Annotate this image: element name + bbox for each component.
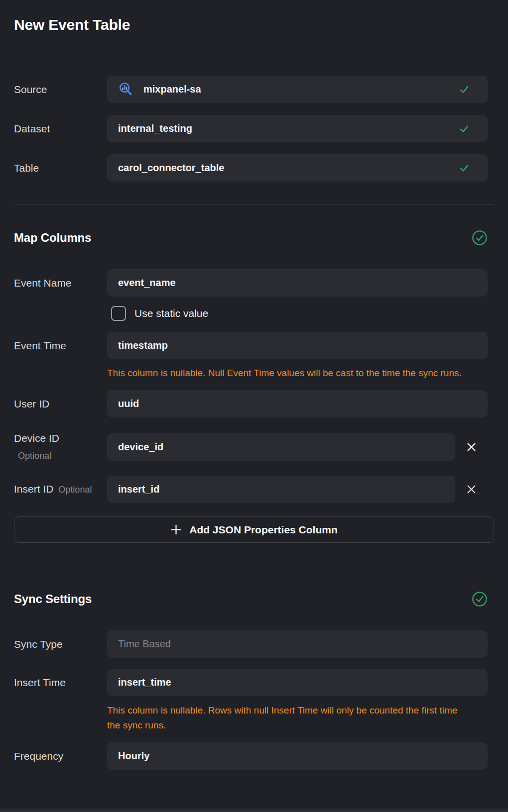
device-id-label: Device ID Optional	[14, 432, 107, 462]
table-select[interactable]: carol_connector_table	[107, 154, 488, 182]
insert-time-row: Insert Time insert_time	[14, 669, 494, 696]
insert-time-select[interactable]: insert_time	[107, 669, 488, 696]
device-id-field-wrap: device_id	[107, 433, 488, 461]
event-name-value: event_name	[118, 277, 176, 289]
insert-id-label: Insert IDOptional	[14, 483, 107, 496]
sync-type-label: Sync Type	[14, 638, 107, 651]
insert-id-row: Insert IDOptional insert_id	[14, 476, 494, 503]
event-time-row: Event Time timestamp	[14, 332, 494, 359]
table-label: Table	[14, 162, 107, 175]
frequency-value: Hourly	[118, 750, 149, 762]
event-name-label: Event Name	[14, 277, 107, 290]
close-icon	[466, 442, 477, 452]
map-columns-header: Map Columns	[14, 230, 494, 246]
insert-id-select[interactable]: insert_id	[107, 476, 455, 503]
table-valid-check-icon	[459, 163, 470, 174]
insert-id-optional-tag: Optional	[58, 485, 92, 495]
source-value: mixpanel-sa	[143, 84, 201, 95]
source-select[interactable]: mixpanel-sa	[107, 76, 488, 103]
close-icon	[466, 484, 477, 495]
bottom-panel-edge	[0, 809, 508, 812]
device-id-select[interactable]: device_id	[107, 433, 455, 461]
use-static-value-label: Use static value	[134, 307, 208, 319]
user-id-value: uuid	[118, 398, 139, 409]
event-time-select[interactable]: timestamp	[107, 332, 488, 359]
source-label: Source	[14, 83, 107, 96]
sync-settings-header: Sync Settings	[14, 591, 494, 607]
event-name-row: Event Name event_name	[14, 269, 494, 297]
device-id-value: device_id	[118, 441, 163, 453]
insert-id-value: insert_id	[118, 484, 159, 495]
frequency-select[interactable]: Hourly	[107, 742, 488, 770]
sync-type-select-disabled: Time Based	[107, 630, 488, 658]
frequency-row: Frequency Hourly	[14, 742, 494, 770]
device-id-row: Device ID Optional device_id	[14, 432, 494, 462]
event-name-select[interactable]: event_name	[107, 269, 488, 297]
event-time-value: timestamp	[118, 340, 168, 351]
dataset-value: internal_testing	[118, 123, 192, 134]
insert-id-remove-button[interactable]	[455, 476, 488, 503]
event-time-label: Event Time	[14, 339, 107, 352]
device-id-optional-tag: Optional	[18, 449, 107, 462]
source-row: Source mixpanel-sa	[14, 76, 494, 103]
insert-time-value: insert_time	[118, 677, 171, 688]
add-json-properties-button[interactable]: Add JSON Properties Column	[14, 516, 494, 543]
sync-type-row: Sync Type Time Based	[14, 630, 494, 658]
device-id-remove-button[interactable]	[455, 433, 488, 461]
table-value: carol_connector_table	[118, 162, 224, 174]
map-columns-complete-icon	[472, 230, 488, 246]
table-row: Table carol_connector_table	[14, 154, 494, 182]
user-id-label: User ID	[14, 398, 107, 410]
dataset-label: Dataset	[14, 122, 107, 135]
map-columns-title: Map Columns	[14, 231, 91, 245]
dataset-row: Dataset internal_testing	[14, 115, 494, 142]
frequency-label: Frequency	[14, 750, 107, 763]
user-id-select[interactable]: uuid	[107, 390, 488, 417]
insert-time-nullable-warning: This column is nullable. Rows with null …	[107, 703, 463, 733]
new-event-table-form: New Event Table Source mixpanel-sa Datas…	[0, 0, 508, 812]
event-time-nullable-warning: This column is nullable. Null Event Time…	[107, 366, 463, 381]
dataset-valid-check-icon	[459, 123, 470, 134]
insert-time-label: Insert Time	[14, 676, 107, 689]
static-value-row: Use static value	[107, 305, 494, 321]
user-id-row: User ID uuid	[14, 390, 494, 417]
mixpanel-search-icon	[118, 82, 133, 97]
dataset-select[interactable]: internal_testing	[107, 115, 488, 142]
sync-type-value: Time Based	[118, 638, 171, 650]
source-valid-check-icon	[459, 84, 470, 95]
use-static-value-checkbox[interactable]	[111, 306, 126, 321]
plus-icon	[170, 524, 182, 535]
add-json-properties-label: Add JSON Properties Column	[189, 524, 338, 536]
page-title: New Event Table	[14, 0, 494, 33]
sync-settings-complete-icon	[472, 591, 488, 607]
sync-settings-title: Sync Settings	[14, 592, 92, 606]
insert-id-field-wrap: insert_id	[107, 476, 488, 503]
section-divider	[14, 204, 494, 205]
section-divider	[14, 566, 494, 566]
